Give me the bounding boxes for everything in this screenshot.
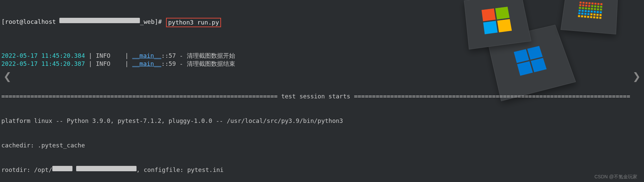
prompt-user-host: [root@localhost xyxy=(1,18,59,27)
prev-arrow-icon[interactable]: ❮ xyxy=(3,67,11,85)
log-level: INFO xyxy=(96,60,110,68)
censored-text xyxy=(52,166,72,171)
next-arrow-icon[interactable]: ❯ xyxy=(633,67,641,85)
censored-text xyxy=(59,18,140,23)
prompt-suffix: _web]# xyxy=(140,18,165,27)
log-timestamp: 2022-05-17 11:45:20.387 xyxy=(1,60,85,68)
log-module: __main__ xyxy=(132,60,161,68)
log-level: INFO xyxy=(96,52,110,60)
session-header: ========================================… xyxy=(1,92,643,100)
log-module: __main__ xyxy=(132,52,161,60)
prompt-line: [root@localhost _web]# python3 run.py xyxy=(1,18,643,27)
platform-info: platform linux -- Python 3.9.0, pytest-7… xyxy=(1,117,643,125)
log-line: 2022-05-17 11:45:20.384 | INFO | __main_… xyxy=(1,52,643,60)
log-location: ::57 xyxy=(161,52,176,60)
terminal-output: [root@localhost _web]# python3 run.py 20… xyxy=(0,0,644,182)
log-location: ::59 xyxy=(161,60,176,68)
watermark: CSDN @不氪金玩家 xyxy=(594,174,637,180)
cachedir-info: cachedir: .pytest_cache xyxy=(1,141,643,149)
log-timestamp: 2022-05-17 11:45:20.384 xyxy=(1,52,85,60)
rootdir-info: rootdir: /opt/ , configfile: pytest.ini xyxy=(1,166,643,174)
command-text: python3 run.py xyxy=(168,19,219,26)
log-line: 2022-05-17 11:45:20.387 | INFO | __main_… xyxy=(1,60,643,68)
log-message: 清理截图数据开始 xyxy=(187,52,235,60)
log-message: 清理截图数据结束 xyxy=(187,60,235,68)
censored-text xyxy=(76,166,137,171)
command-highlight: python3 run.py xyxy=(166,18,221,27)
